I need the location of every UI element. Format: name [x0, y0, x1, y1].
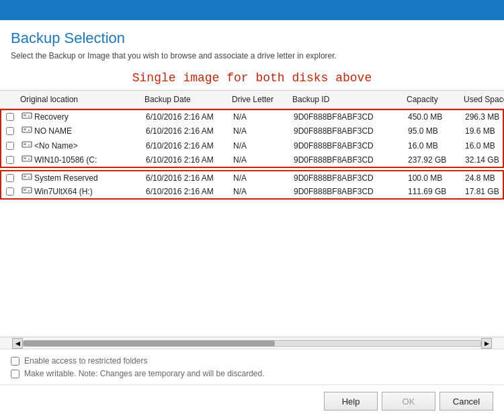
writable-label: Make writable. Note: Changes are tempora… — [24, 369, 265, 378]
row-location: System Reserved — [19, 172, 143, 184]
table-row[interactable]: Recovery 6/10/2016 2:16 AM N/A 9D0F888BF… — [0, 109, 504, 124]
row-capacity: 450.0 MB — [405, 112, 462, 122]
svg-point-14 — [28, 177, 30, 178]
row-drive-letter: N/A — [230, 173, 291, 183]
row-location: Recovery — [19, 111, 143, 123]
table-section: Original location Backup Date Drive Lett… — [0, 90, 504, 349]
col-header-capacity: Capacity — [404, 93, 461, 106]
col-header-id: Backup ID — [290, 93, 404, 106]
row-backup-id: 9D0F888BF8ABF3CD — [291, 126, 405, 136]
table-header: Original location Backup Date Drive Lett… — [0, 91, 504, 109]
row-checkbox[interactable] — [1, 174, 19, 182]
cancel-button[interactable]: Cancel — [439, 392, 493, 411]
svg-rect-13 — [24, 175, 26, 177]
row-drive-letter: N/A — [230, 112, 291, 122]
row-date: 6/10/2016 2:16 AM — [143, 173, 230, 183]
horizontal-scrollbar[interactable]: ◀ ▶ — [0, 337, 504, 349]
col-header-date: Backup Date — [142, 93, 229, 106]
page-subtitle: Select the Backup or Image that you wish… — [11, 51, 493, 60]
table-body: Recovery 6/10/2016 2:16 AM N/A 9D0F888BF… — [0, 109, 504, 337]
row-checkbox[interactable] — [1, 127, 19, 135]
restricted-folders-checkbox[interactable] — [11, 357, 19, 366]
row-used: 17.81 GB — [462, 186, 504, 197]
drive-icon — [22, 173, 32, 183]
svg-rect-7 — [24, 143, 26, 145]
row-backup-id: 9D0F888BF8ABF3CD — [291, 173, 405, 183]
row-date: 6/10/2016 2:16 AM — [143, 112, 230, 122]
image-notice: Single image for both disks above — [0, 65, 504, 90]
row-used: 19.6 MB — [462, 126, 504, 136]
col-header-location: Original location — [17, 93, 142, 106]
row-used: 16.0 MB — [462, 140, 504, 151]
row-location: <No Name> — [19, 140, 143, 152]
row-location: NO NAME — [19, 125, 143, 137]
row-backup-id: 9D0F888BF8ABF3CD — [291, 140, 405, 151]
row-capacity: 111.69 GB — [405, 186, 462, 197]
row-location: WIN10-10586 (C: — [19, 154, 143, 166]
svg-point-5 — [28, 130, 30, 131]
row-date: 6/10/2016 2:16 AM — [143, 155, 230, 165]
writable-option[interactable]: Make writable. Note: Changes are tempora… — [11, 369, 493, 378]
drive-icon — [22, 126, 32, 136]
row-used: 32.14 GB — [462, 155, 504, 165]
restricted-folders-label: Enable access to restricted folders — [24, 356, 147, 366]
scroll-right-button[interactable]: ▶ — [481, 338, 492, 349]
header-section: Backup Selection Select the Backup or Im… — [0, 20, 504, 65]
drive-icon — [22, 155, 32, 165]
col-header-drive: Drive Letter — [229, 93, 290, 106]
svg-point-8 — [28, 144, 30, 146]
row-drive-letter: N/A — [230, 126, 291, 136]
row-capacity: 100.0 MB — [405, 173, 462, 183]
row-date: 6/10/2016 2:16 AM — [143, 186, 230, 197]
row-checkbox[interactable] — [1, 113, 19, 121]
drive-icon — [22, 112, 32, 122]
row-backup-id: 9D0F888BF8ABF3CD — [291, 112, 405, 122]
scroll-left-button[interactable]: ◀ — [12, 338, 23, 349]
table-row[interactable]: Win7UltX64 (H:) 6/10/2016 2:16 AM N/A 9D… — [0, 185, 504, 200]
row-used: 296.3 MB — [462, 112, 504, 122]
svg-rect-10 — [24, 157, 26, 159]
table-row[interactable]: System Reserved 6/10/2016 2:16 AM N/A 9D… — [0, 170, 504, 185]
footer-buttons: Help OK Cancel — [0, 384, 504, 420]
writable-checkbox[interactable] — [11, 370, 19, 378]
title-bar — [0, 0, 504, 20]
col-header-used: Used Space — [461, 93, 504, 106]
page-title: Backup Selection — [11, 30, 493, 47]
footer-options: Enable access to restricted folders Make… — [0, 349, 504, 384]
row-drive-letter: N/A — [230, 186, 291, 197]
row-location: Win7UltX64 (H:) — [19, 185, 143, 198]
table-row[interactable]: NO NAME 6/10/2016 2:16 AM N/A 9D0F888BF8… — [0, 124, 504, 138]
svg-point-17 — [28, 190, 30, 192]
row-date: 6/10/2016 2:16 AM — [143, 126, 230, 136]
scrollbar-track[interactable] — [23, 340, 481, 347]
ok-button[interactable]: OK — [382, 392, 435, 411]
row-checkbox[interactable] — [1, 187, 19, 196]
restricted-folders-option[interactable]: Enable access to restricted folders — [11, 356, 493, 366]
row-date: 6/10/2016 2:16 AM — [143, 140, 230, 151]
row-capacity: 95.0 MB — [405, 126, 462, 136]
drive-icon — [22, 186, 32, 197]
col-header-checkbox — [0, 93, 17, 106]
drive-icon — [22, 140, 32, 151]
table-row[interactable]: <No Name> 6/10/2016 2:16 AM N/A 9D0F888B… — [0, 138, 504, 153]
row-used: 24.8 MB — [462, 173, 504, 183]
row-checkbox[interactable] — [1, 156, 19, 164]
row-backup-id: 9D0F888BF8ABF3CD — [291, 155, 405, 165]
svg-point-11 — [28, 159, 30, 160]
dialog-container: Backup Selection Select the Backup or Im… — [0, 20, 504, 420]
help-button[interactable]: Help — [324, 392, 378, 411]
row-checkbox[interactable] — [1, 142, 19, 150]
row-drive-letter: N/A — [230, 155, 291, 165]
row-capacity: 237.92 GB — [405, 155, 462, 165]
table-row[interactable]: WIN10-10586 (C: 6/10/2016 2:16 AM N/A 9D… — [0, 153, 504, 168]
row-backup-id: 9D0F888BF8ABF3CD — [291, 186, 405, 197]
scrollbar-thumb[interactable] — [24, 341, 275, 346]
svg-rect-16 — [24, 189, 26, 191]
svg-point-2 — [28, 116, 30, 117]
row-drive-letter: N/A — [230, 140, 291, 151]
svg-rect-1 — [24, 114, 26, 116]
svg-rect-4 — [24, 128, 26, 130]
row-capacity: 16.0 MB — [405, 140, 462, 151]
